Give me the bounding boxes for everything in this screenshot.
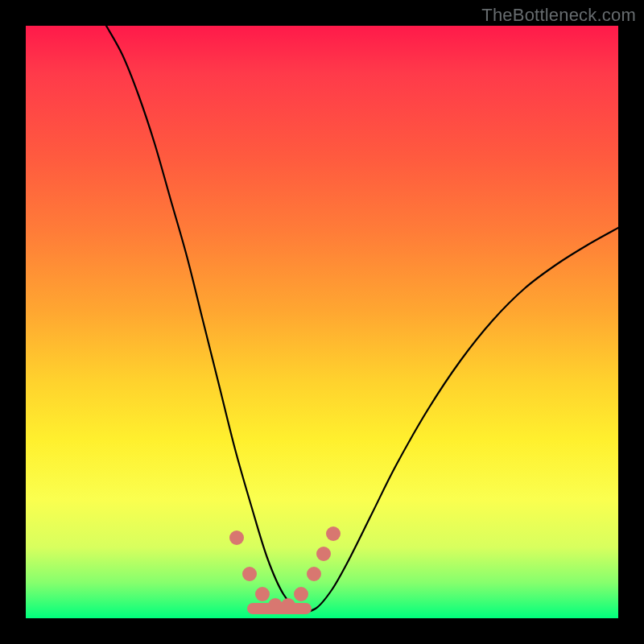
marker-dot [307,567,321,581]
marker-dot [281,598,295,613]
marker-dot [242,567,257,581]
marker-dot [294,587,308,601]
marker-dot [229,530,244,545]
marker-group [229,526,341,613]
marker-dot [268,598,283,613]
marker-dot [255,587,270,601]
marker-dot [326,526,341,541]
bottleneck-curve-svg [26,26,618,618]
watermark-text: TheBottleneck.com [481,5,636,26]
marker-dot [316,547,331,561]
bottleneck-curve [106,26,618,612]
chart-plot-area [26,26,618,618]
chart-frame: TheBottleneck.com [0,0,644,644]
